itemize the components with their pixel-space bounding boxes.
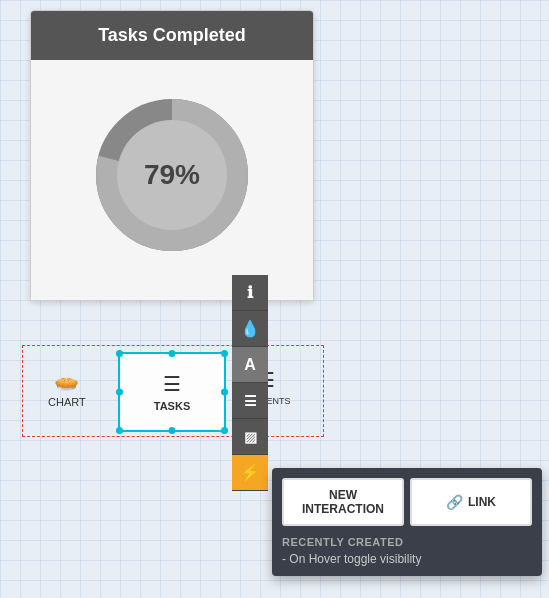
handle-ml	[116, 389, 123, 396]
handle-tm	[169, 350, 176, 357]
handle-bm	[169, 427, 176, 434]
lines-button[interactable]: ☰	[232, 383, 268, 419]
widget-card: Tasks Completed 79%	[30, 10, 314, 301]
tasks-label: TASKS	[154, 400, 190, 412]
bolt-icon: ⚡	[240, 463, 260, 482]
link-icon: 🔗	[446, 494, 463, 510]
tasks-box[interactable]: ☰ TASKS	[118, 352, 226, 432]
texture-button[interactable]: ▨	[232, 419, 268, 455]
donut-value: 79%	[117, 120, 227, 230]
chart-icon: 🥧	[54, 368, 79, 392]
lines-icon: ☰	[244, 393, 257, 409]
widget-body: 79%	[31, 60, 313, 300]
info-icon: ℹ	[247, 283, 253, 302]
info-button[interactable]: ℹ	[232, 275, 268, 311]
text-icon: A	[244, 356, 256, 374]
tasks-icon: ☰	[163, 372, 181, 396]
color-button[interactable]: 💧	[232, 311, 268, 347]
popup-panel: NEW INTERACTION 🔗 LINK RECENTLY CREATED …	[272, 468, 542, 576]
chart-icon-item[interactable]: 🥧 CHART	[48, 368, 86, 408]
color-icon: 💧	[240, 319, 260, 338]
popup-buttons: NEW INTERACTION 🔗 LINK	[282, 478, 532, 526]
recently-created-label: RECENTLY CREATED	[282, 536, 532, 548]
handle-tr	[221, 350, 228, 357]
handle-tl	[116, 350, 123, 357]
texture-icon: ▨	[244, 429, 257, 445]
link-label: LINK	[468, 495, 496, 509]
chart-label: CHART	[48, 396, 86, 408]
text-button[interactable]: A	[232, 347, 268, 383]
handle-br	[221, 427, 228, 434]
handle-bl	[116, 427, 123, 434]
right-toolbar: ℹ 💧 A ☰ ▨ ⚡	[232, 275, 268, 491]
widget-title: Tasks Completed	[31, 11, 313, 60]
bolt-button[interactable]: ⚡	[232, 455, 268, 491]
link-button[interactable]: 🔗 LINK	[410, 478, 532, 526]
handle-mr	[221, 389, 228, 396]
recent-item: - On Hover toggle visibility	[282, 552, 532, 566]
new-interaction-button[interactable]: NEW INTERACTION	[282, 478, 404, 526]
donut-chart: 79%	[87, 90, 257, 260]
new-interaction-label: NEW INTERACTION	[294, 488, 392, 516]
